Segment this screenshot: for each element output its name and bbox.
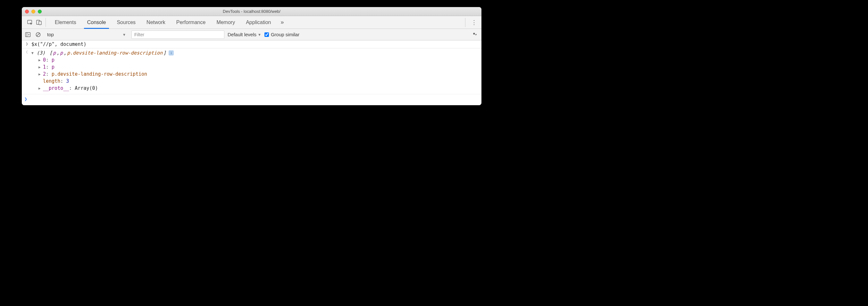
console-settings-icon[interactable] (469, 31, 479, 38)
proto-value: Array(0) (75, 85, 98, 91)
window-title: DevTools - localhost:8080/web/ (22, 9, 482, 14)
console-input-text: $x("//p", document) (31, 41, 87, 47)
tab-application[interactable]: Application (241, 16, 275, 29)
tab-elements[interactable]: Elements (50, 16, 81, 29)
preview-item: p (60, 50, 63, 56)
array-index: 2 (43, 71, 46, 77)
array-item[interactable]: 2 : p.devsite-landing-row-description (31, 71, 174, 78)
result-summary-line[interactable]: (3) [ p , p , p.devsite-landing-row-desc… (31, 49, 174, 56)
array-value: p.devsite-landing-row-description (52, 71, 147, 77)
device-toggle-icon[interactable] (36, 19, 42, 26)
tab-network[interactable]: Network (142, 16, 170, 29)
traffic-lights (25, 10, 42, 13)
input-arrow-icon: ❯ (24, 41, 30, 46)
length-value: 3 (66, 78, 69, 84)
console-body: ❯ $x("//p", document) ❮ (3) [ p , p , p.… (22, 40, 482, 105)
result-count: (3) (36, 50, 45, 56)
disclosure-triangle-icon[interactable] (38, 86, 43, 90)
disclosure-triangle-icon[interactable] (38, 65, 43, 69)
tabbar: Elements Console Sources Network Perform… (22, 16, 482, 29)
inspect-element-icon[interactable] (27, 19, 33, 26)
inspect-tools (24, 18, 46, 27)
log-levels-select[interactable]: Default levels ▼ (227, 32, 261, 37)
tabbar-right: ⋮ (465, 18, 479, 27)
maximize-button[interactable] (38, 10, 42, 13)
array-index: 1 (43, 64, 46, 70)
tab-console[interactable]: Console (83, 16, 111, 29)
minimize-button[interactable] (31, 10, 35, 13)
array-item[interactable]: 1 : p (31, 63, 174, 71)
tab-performance[interactable]: Performance (172, 16, 210, 29)
proto-prop[interactable]: __proto__ : Array(0) (31, 85, 174, 92)
svg-rect-2 (39, 21, 41, 25)
console-toolbar: top ▼ Default levels ▼ Group similar (22, 29, 482, 40)
preview-item: p.devsite-landing-row-description (67, 50, 162, 56)
disclosure-triangle-icon[interactable] (38, 58, 43, 62)
output-arrow-icon: ❮ (24, 49, 30, 54)
chevron-down-icon: ▼ (122, 33, 126, 36)
levels-label: Default levels (227, 32, 256, 37)
close-button[interactable] (25, 10, 29, 13)
clear-console-icon[interactable] (35, 31, 42, 38)
context-label: top (47, 32, 54, 37)
array-value: p (52, 64, 55, 70)
show-console-sidebar-icon[interactable] (24, 31, 31, 38)
kebab-menu-icon[interactable]: ⋮ (469, 19, 479, 26)
panel-tabs: Elements Console Sources Network Perform… (50, 16, 287, 29)
devtools-window: DevTools - localhost:8080/web/ Elements … (22, 7, 482, 105)
tabs-overflow-button[interactable]: » (277, 19, 287, 26)
array-index: 0 (43, 57, 46, 63)
disclosure-triangle-icon[interactable] (31, 51, 36, 55)
result-tree: (3) [ p , p , p.devsite-landing-row-desc… (31, 49, 174, 92)
preview-item: p (53, 50, 56, 56)
console-result-row: ❮ (3) [ p , p , p.devsite-landing-row-de… (22, 49, 482, 93)
disclosure-triangle-icon[interactable] (38, 72, 43, 76)
svg-line-6 (36, 33, 39, 36)
array-item[interactable]: 0 : p (31, 56, 174, 63)
group-similar-checkbox[interactable]: Group similar (265, 32, 299, 37)
group-similar-input[interactable] (265, 32, 269, 37)
execution-context-select[interactable]: top ▼ (45, 30, 128, 39)
titlebar: DevTools - localhost:8080/web/ (22, 7, 482, 16)
length-prop: length : 3 (31, 78, 174, 85)
length-key: length (43, 78, 60, 84)
group-similar-label: Group similar (271, 32, 299, 37)
array-value: p (52, 57, 55, 63)
prompt-arrow-icon: ❯ (24, 96, 27, 102)
tab-sources[interactable]: Sources (112, 16, 140, 29)
console-prompt-row[interactable]: ❯ (22, 94, 482, 105)
filter-input[interactable] (131, 30, 224, 39)
console-input-row: ❯ $x("//p", document) (22, 40, 482, 49)
info-badge-icon[interactable]: i (168, 50, 174, 55)
tab-memory[interactable]: Memory (212, 16, 240, 29)
chevron-down-icon: ▼ (258, 33, 261, 36)
proto-key: __proto__ (43, 85, 69, 91)
